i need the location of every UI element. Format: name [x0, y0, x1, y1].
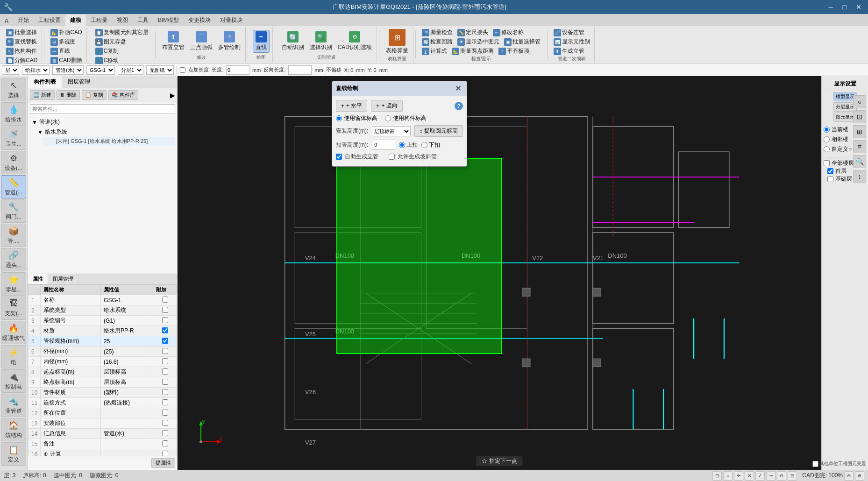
tab-bim[interactable]: BIM模型 — [153, 14, 184, 26]
table-row[interactable]: 1 名称 GSG-1 — [28, 295, 177, 305]
table-row[interactable]: 15 备注 — [28, 439, 177, 449]
sidebar-sanitary[interactable]: 🚿 卫生... — [1, 127, 26, 150]
window-controls[interactable]: ─ □ ✕ — [826, 2, 864, 12]
sidebar-valve[interactable]: 🔧 阀门... — [1, 199, 26, 223]
sidebar-structure[interactable]: 🏠 筑结构 — [1, 418, 26, 441]
sidebar-drainage[interactable]: 💧 给排水 — [1, 102, 26, 126]
row-checkbox-cell[interactable] — [153, 449, 177, 456]
row-checkbox-cell[interactable] — [153, 377, 177, 388]
row-value-cell[interactable]: (塑料) — [101, 388, 153, 398]
sidebar-define[interactable]: 📋 定义 — [1, 442, 26, 466]
tab-change[interactable]: 变更模块 — [184, 14, 215, 26]
row-value-cell[interactable]: (热熔连接) — [101, 398, 153, 408]
point-extend-checkbox[interactable] — [180, 67, 185, 73]
all-floors-checkbox[interactable] — [824, 160, 830, 166]
cad-options-btn[interactable]: ⚙ CAD识别选项 — [336, 30, 374, 52]
sidebar-support[interactable]: 🏗 支架(... — [1, 297, 26, 320]
maximize-btn[interactable]: □ — [840, 2, 849, 12]
row-checkbox-cell[interactable] — [153, 439, 177, 449]
props-tab-layer[interactable]: 图层管理 — [48, 274, 78, 284]
tab-compare[interactable]: 对量模块 — [215, 14, 247, 26]
sidebar-select[interactable]: ↖ 选择 — [1, 78, 26, 101]
batch-select-pipe-btn[interactable]: ▣ 批量选择管 — [503, 37, 542, 46]
snap-mid-btn[interactable]: ⊙ — [777, 471, 786, 481]
tab-tools[interactable]: 工具 — [133, 14, 153, 26]
row-value-cell[interactable]: (G1) — [101, 316, 153, 326]
c-copy-btn[interactable]: C C复制 — [94, 47, 150, 56]
row-checkbox-cell[interactable] — [153, 305, 177, 316]
use-window-height-radio[interactable]: 使用窗体标高 — [336, 114, 377, 122]
generate-standpipe2-btn[interactable]: ⬆ 生成立管 — [552, 47, 591, 56]
basement-checkbox[interactable] — [827, 176, 833, 182]
show-selected-btn[interactable]: 👁 显示选中图元 — [456, 37, 501, 46]
table-row[interactable]: 16 ⊕ 计算 — [28, 449, 177, 456]
save-element-btn[interactable]: 💾 图元存盘 — [94, 37, 150, 46]
canvas-area[interactable]: V24 V22 V21 V25 V26 V27 DN100 DN100 DN10… — [178, 76, 821, 470]
layer-select[interactable]: 层 — [2, 65, 19, 75]
row-checkbox-cell[interactable] — [153, 347, 177, 357]
row-value-cell[interactable]: 层顶标高 — [101, 367, 153, 377]
side-tool-5[interactable]: 🔍 — [853, 155, 866, 168]
snap-angle-btn[interactable]: ∠ — [755, 471, 765, 481]
sidebar-pipe2[interactable]: 📦 管.... — [1, 224, 26, 247]
grab-component-btn[interactable]: ↖ 抢构构件 — [5, 47, 39, 56]
supplement-cad-btn[interactable]: 📐 补画CAD — [49, 28, 83, 37]
tab-quantities[interactable]: 工程量 — [86, 14, 112, 26]
snap-circle-btn[interactable]: ○ — [723, 471, 733, 481]
snap-rect-btn[interactable]: ⊡ — [712, 471, 722, 481]
drawing-select[interactable]: 无图纸 — [146, 65, 174, 75]
row-value-cell[interactable]: 给水系统 — [101, 305, 153, 316]
floor1-checkbox[interactable] — [827, 168, 833, 174]
auto-standpipe-checkbox[interactable] — [336, 154, 342, 160]
snap-int-btn[interactable]: ⊡ — [788, 471, 797, 481]
row-checkbox-cell[interactable] — [153, 388, 177, 398]
floor-select[interactable]: 分层1 — [118, 65, 143, 75]
table-row[interactable]: 9 终点标高(m) 层顶标高 — [28, 377, 177, 388]
multi-view-btn[interactable]: ⊞ 多视图 — [49, 37, 83, 46]
copy-component-btn[interactable]: 📋 复制 — [82, 90, 107, 100]
tree-water-supply[interactable]: ▼ 给水系统 — [36, 127, 175, 137]
reverse-input[interactable] — [288, 65, 312, 75]
calc-formula-btn[interactable]: ∑ 计算式 — [420, 47, 448, 56]
copy-to-layer-btn[interactable]: 📋 复制圆元到其它层 — [94, 28, 150, 37]
sidebar-pipe[interactable]: 📏 管道(... — [1, 175, 26, 198]
table-row[interactable]: 5 管径规格(mm) 25 — [28, 336, 177, 347]
show-property-btn[interactable]: 📊 显示元性别 — [552, 37, 591, 46]
row-value-cell[interactable]: (25) — [101, 347, 153, 357]
straight-line-btn[interactable]: ━ 直线 — [253, 30, 270, 53]
panel-expand-btn[interactable]: ▶ — [170, 92, 175, 99]
length-input[interactable] — [226, 65, 249, 75]
side-tool-2[interactable]: ⊡ — [853, 110, 866, 123]
snap-cross-btn[interactable]: ✛ — [734, 471, 743, 481]
side-tool-3[interactable]: ⊞ — [853, 125, 866, 138]
tab-a[interactable]: A — [0, 16, 13, 26]
size-connector-btn[interactable]: 📏 定尺接头 — [456, 28, 490, 37]
table-row[interactable]: 13 安装部位 — [28, 418, 177, 429]
sidebar-hvac[interactable]: 🔥 暖通燃气 — [1, 321, 26, 344]
table-calc-btn[interactable]: ⊞ 表格算量 — [384, 28, 410, 56]
minimize-btn[interactable]: ─ — [826, 2, 836, 12]
sidebar-equipment[interactable]: ⚙ 设备(... — [1, 151, 26, 174]
search-input[interactable] — [30, 104, 175, 113]
other-unit-checkbox[interactable] — [812, 461, 818, 467]
sidebar-misc[interactable]: ⭐ 零星... — [1, 272, 26, 296]
sidebar-industry[interactable]: 🔩 业管道 — [1, 394, 26, 417]
table-row[interactable]: 3 系统编号 (G1) — [28, 316, 177, 326]
layout-standpipe-btn[interactable]: ⬆ 布置立管 — [160, 30, 186, 52]
row-checkbox-cell[interactable] — [153, 295, 177, 305]
row-value-cell[interactable]: 管道(水) — [101, 429, 153, 439]
tree-pipe-water[interactable]: ▼ 管道(水) — [30, 117, 175, 127]
table-row[interactable]: 2 系统类型 给水系统 — [28, 305, 177, 316]
table-row[interactable]: 7 内径(mm) (16.6) — [28, 357, 177, 367]
row-checkbox-cell[interactable] — [153, 316, 177, 326]
use-component-height-radio[interactable]: 使用构件标高 — [385, 114, 427, 122]
tab-modeling[interactable]: 建模 — [65, 14, 86, 26]
row-checkbox-cell[interactable] — [153, 408, 177, 418]
table-row[interactable]: 12 所在位置 — [28, 408, 177, 418]
batch-select-btn[interactable]: ▣ 批量选择 — [5, 28, 39, 37]
new-component-btn[interactable]: 🆕 新建 — [30, 90, 55, 100]
check-loop-btn[interactable]: 🔄 检查回路 — [420, 37, 454, 46]
buckle-down-radio[interactable]: 下扣 — [421, 141, 440, 149]
tab-component-list[interactable]: 构件列表 — [28, 76, 62, 88]
offset-input[interactable] — [372, 140, 395, 150]
